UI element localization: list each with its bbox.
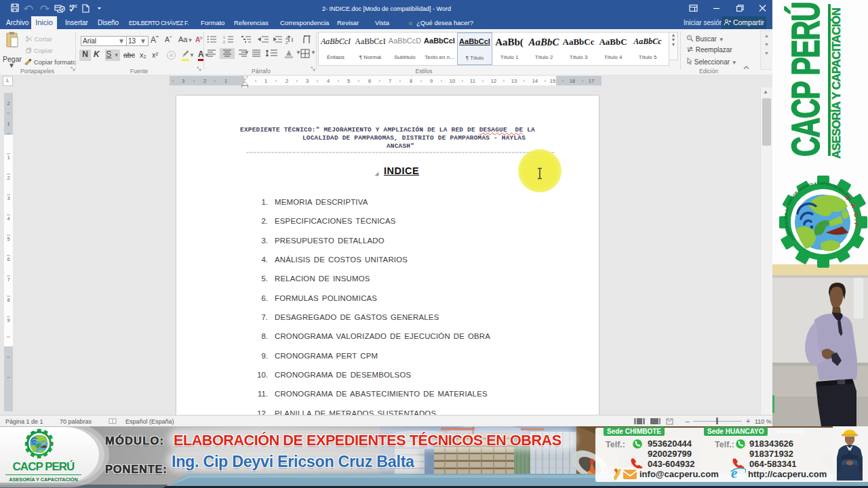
svg-text:2: 2 bbox=[203, 78, 206, 84]
svg-text:6: 6 bbox=[7, 256, 9, 262]
svg-text:e: e bbox=[731, 466, 737, 481]
svg-text:7: 7 bbox=[389, 78, 391, 84]
svg-text:1: 1 bbox=[224, 78, 227, 84]
svg-text:5: 5 bbox=[347, 78, 350, 84]
svg-text:14: 14 bbox=[532, 78, 538, 84]
svg-text:17: 17 bbox=[589, 78, 594, 84]
svg-text:1: 1 bbox=[7, 121, 9, 127]
svg-text:2: 2 bbox=[285, 78, 288, 84]
svg-text:3: 3 bbox=[7, 195, 9, 201]
svg-text:4: 4 bbox=[7, 216, 9, 222]
svg-text:3: 3 bbox=[182, 78, 184, 84]
svg-text:5: 5 bbox=[7, 236, 9, 242]
svg-text:11: 11 bbox=[470, 78, 475, 84]
svg-text:8: 8 bbox=[410, 78, 412, 84]
svg-text:4: 4 bbox=[327, 78, 330, 84]
svg-text:7: 7 bbox=[7, 277, 9, 283]
svg-text:1: 1 bbox=[7, 155, 9, 161]
svg-text:10: 10 bbox=[450, 78, 455, 84]
svg-text:13: 13 bbox=[511, 78, 517, 84]
svg-text:3: 3 bbox=[306, 78, 309, 84]
svg-text:8: 8 bbox=[7, 297, 9, 303]
svg-text:16: 16 bbox=[570, 78, 575, 84]
svg-text:2: 2 bbox=[7, 175, 9, 181]
svg-text:A: A bbox=[195, 36, 200, 43]
svg-text:6: 6 bbox=[368, 78, 371, 84]
svg-text:12: 12 bbox=[491, 78, 496, 84]
svg-text:15: 15 bbox=[550, 78, 555, 84]
svg-text:2: 2 bbox=[7, 100, 9, 106]
svg-text:9: 9 bbox=[7, 317, 9, 323]
svg-text:9: 9 bbox=[430, 78, 433, 84]
svg-text:2: 2 bbox=[223, 40, 225, 44]
svg-text:1: 1 bbox=[264, 78, 267, 84]
svg-text:1: 1 bbox=[223, 35, 225, 39]
svg-text:Z: Z bbox=[285, 41, 288, 44]
